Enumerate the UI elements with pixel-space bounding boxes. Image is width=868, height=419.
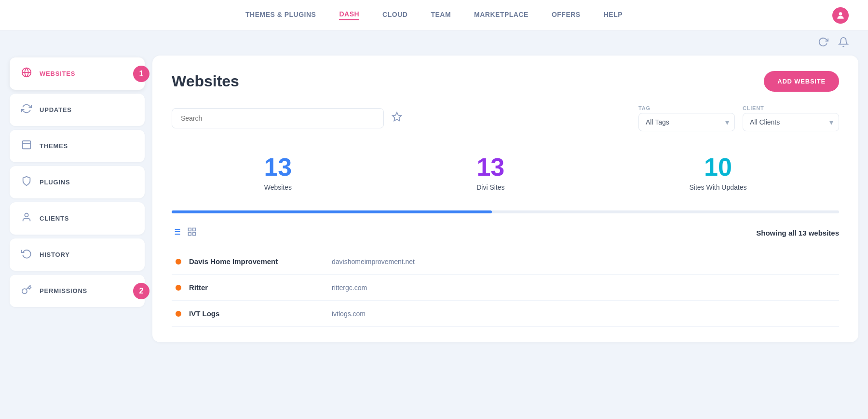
stat-websites-label: Websites xyxy=(264,183,292,191)
grid-view-toggle[interactable] xyxy=(187,227,197,239)
svg-rect-13 xyxy=(189,228,191,231)
table-row[interactable]: Ritter rittergc.com xyxy=(172,275,839,301)
top-nav: THEMES & PLUGINS DASH CLOUD TEAM MARKETP… xyxy=(0,0,868,31)
svg-point-0 xyxy=(839,12,842,15)
sidebar-label-websites: WEBSITES xyxy=(40,70,75,77)
progress-bar-fill xyxy=(172,210,492,213)
client-select[interactable]: All Clients xyxy=(743,113,839,131)
stat-divi-label: Divi Sites xyxy=(476,183,504,191)
stats-row: 13 Websites 13 Divi Sites 10 Sites With … xyxy=(172,147,839,199)
refresh-icon[interactable] xyxy=(818,37,828,50)
progress-bar xyxy=(172,210,839,213)
tag-select-wrapper: All Tags xyxy=(638,113,735,131)
sidebar-item-history[interactable]: HISTORY xyxy=(10,238,145,271)
client-select-wrapper: All Clients xyxy=(743,113,839,131)
nav-item-help[interactable]: HELP xyxy=(604,11,623,20)
status-dot xyxy=(176,285,181,291)
stat-divi-value: 13 xyxy=(476,154,504,180)
nav-item-dash[interactable]: DASH xyxy=(339,10,359,20)
sidebar-item-permissions[interactable]: PERMISSIONS 2 xyxy=(10,275,145,307)
sidebar-label-clients: CLIENTS xyxy=(40,215,69,222)
sidebar-item-plugins[interactable]: PLUGINS xyxy=(10,166,145,198)
svg-rect-3 xyxy=(23,141,31,149)
site-name: Davis Home Improvement xyxy=(189,257,324,265)
websites-badge: 1 xyxy=(133,66,149,82)
nav-items: THEMES & PLUGINS DASH CLOUD TEAM MARKETP… xyxy=(245,10,623,20)
svg-marker-6 xyxy=(393,112,401,121)
clients-icon xyxy=(21,212,32,225)
site-url: rittergc.com xyxy=(332,284,367,292)
website-list: Davis Home Improvement davishomeimprovem… xyxy=(172,249,839,327)
bell-icon[interactable] xyxy=(838,37,849,50)
client-filter-group: CLIENT All Clients xyxy=(743,105,839,131)
site-name: IVT Logs xyxy=(189,309,324,318)
nav-item-themes-plugins[interactable]: THEMES & PLUGINS xyxy=(245,11,316,20)
site-url: davishomeimprovement.net xyxy=(332,258,415,265)
stat-updates-value: 10 xyxy=(689,154,746,180)
showing-label: Showing all 13 websites xyxy=(756,229,839,237)
list-header: Showing all 13 websites xyxy=(172,227,839,239)
table-row[interactable]: Davis Home Improvement davishomeimprovem… xyxy=(172,249,839,275)
main-layout: WEBSITES 1 UPDATES THEMES PLUGINS xyxy=(0,56,868,352)
svg-point-5 xyxy=(25,213,28,217)
stat-sites-updates: 10 Sites With Updates xyxy=(689,154,746,191)
nav-item-team[interactable]: TEAM xyxy=(431,11,451,20)
user-avatar[interactable] xyxy=(832,7,849,24)
stat-updates-label: Sites With Updates xyxy=(689,183,746,191)
filters-row: TAG All Tags CLIENT All Clients xyxy=(172,105,839,131)
globe-icon xyxy=(21,67,32,80)
client-label: CLIENT xyxy=(743,105,839,111)
sidebar-label-history: HISTORY xyxy=(40,251,70,258)
page-header: Websites ADD WEBSITE xyxy=(172,71,839,92)
main-content: Websites ADD WEBSITE TAG All Tags CLIENT xyxy=(152,56,858,342)
sidebar-label-updates: UPDATES xyxy=(40,106,72,113)
page-title: Websites xyxy=(172,72,239,90)
search-input[interactable] xyxy=(172,108,384,128)
plugins-icon xyxy=(21,176,32,189)
themes-icon xyxy=(21,140,32,153)
sidebar: WEBSITES 1 UPDATES THEMES PLUGINS xyxy=(10,56,145,342)
tag-select[interactable]: All Tags xyxy=(638,113,735,131)
sidebar-label-themes: THEMES xyxy=(40,142,68,150)
add-website-button[interactable]: ADD WEBSITE xyxy=(764,71,839,92)
list-view-toggle[interactable] xyxy=(172,227,181,239)
permissions-icon xyxy=(21,284,32,297)
sidebar-item-websites[interactable]: WEBSITES 1 xyxy=(10,57,145,90)
tag-label: TAG xyxy=(638,105,735,111)
svg-rect-15 xyxy=(193,233,196,236)
site-url: ivtlogs.com xyxy=(332,310,366,318)
svg-rect-14 xyxy=(193,228,196,231)
site-name: Ritter xyxy=(189,283,324,292)
view-toggles xyxy=(172,227,197,239)
nav-item-offers[interactable]: OFFERS xyxy=(552,11,581,20)
sidebar-label-permissions: PERMISSIONS xyxy=(40,287,87,294)
sidebar-item-updates[interactable]: UPDATES xyxy=(10,94,145,126)
sidebar-item-themes[interactable]: THEMES xyxy=(10,130,145,162)
table-row[interactable]: IVT Logs ivtlogs.com xyxy=(172,301,839,327)
history-icon xyxy=(21,248,32,261)
updates-icon xyxy=(21,103,32,116)
tag-filter-group: TAG All Tags xyxy=(638,105,735,131)
nav-item-cloud[interactable]: CLOUD xyxy=(382,11,407,20)
star-filter-icon[interactable] xyxy=(392,112,402,125)
sidebar-label-plugins: PLUGINS xyxy=(40,179,70,186)
status-dot xyxy=(176,259,181,265)
status-dot xyxy=(176,311,181,317)
nav-item-marketplace[interactable]: MARKETPLACE xyxy=(474,11,529,20)
sidebar-item-clients[interactable]: CLIENTS xyxy=(10,202,145,235)
stat-websites-value: 13 xyxy=(264,154,292,180)
toolbar-row xyxy=(0,31,868,56)
permissions-badge: 2 xyxy=(133,283,149,299)
stat-websites: 13 Websites xyxy=(264,154,292,191)
svg-rect-16 xyxy=(189,233,191,236)
stat-divi-sites: 13 Divi Sites xyxy=(476,154,504,191)
